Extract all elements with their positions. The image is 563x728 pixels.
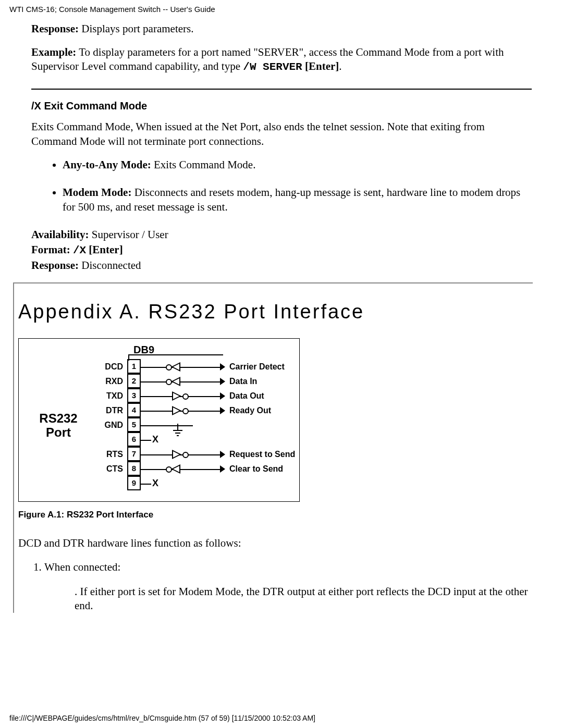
availability-text: Supervisor / User: [89, 228, 168, 241]
example-paragraph: Example: To display parameters for a por…: [31, 45, 532, 75]
pin-description: Data In: [224, 376, 257, 387]
pin-row-1: DCD1Carrier Detect: [97, 360, 295, 374]
pin-row-6: 6X: [97, 433, 295, 447]
pin-signal: RXD: [97, 376, 127, 387]
format-command: /X: [73, 244, 86, 256]
pin-wire: [141, 454, 224, 455]
page-footer: file:///C|/WEBPAGE/guides/cms/html/rev_b…: [9, 713, 315, 723]
numbered-item-1-text: When connected:: [44, 561, 120, 573]
bullet-modem-mode: Modem Mode: Disconnects and resets modem…: [63, 186, 532, 214]
rs232-label-line2: Port: [46, 425, 71, 439]
section-divider: [31, 89, 532, 90]
response-text-2: Disconnected: [79, 259, 141, 272]
pin-row-7: RTS7Request to Send: [97, 447, 295, 462]
pin-description: Ready Out: [224, 405, 271, 416]
pin-row-2: RXD2Data In: [97, 374, 295, 389]
bullet-label: Any-to-Any Mode:: [63, 158, 151, 171]
pin-signal: RTS: [97, 449, 127, 460]
pin-wire: [141, 381, 224, 382]
db9-bus-line: [128, 354, 223, 361]
ground-icon: [177, 424, 178, 430]
numbered-item-1-sublist: If either port is set for Modem Mode, th…: [44, 585, 533, 613]
example-label: Example:: [31, 46, 76, 58]
pin-wire: [141, 410, 224, 411]
db9-diagram: DB9 RS232 Port DCD1Carrier DetectRXD2Dat…: [18, 338, 300, 502]
bullet-text: Disconnects and resets modem, hang-up me…: [63, 186, 520, 213]
appendix-title: Appendix A. RS232 Port Interface: [18, 299, 533, 325]
bullet-text: Exits Command Mode.: [151, 158, 256, 171]
pin-stack: DCD1Carrier DetectRXD2Data InTXD3Data Ou…: [97, 360, 295, 491]
example-period: .: [339, 60, 341, 72]
example-enter: [Enter]: [302, 60, 339, 72]
arrow-right-icon: [220, 378, 225, 385]
pin-description: Carrier Detect: [224, 362, 285, 373]
pin-number-box: 9: [127, 476, 141, 490]
response-line-2: Response: Disconnected: [31, 258, 532, 273]
pin-number-box: 7: [127, 447, 141, 461]
section-x-meta: Availability: Supervisor / User Format: …: [31, 228, 532, 273]
no-connect-icon: X: [152, 434, 158, 446]
buffer-in-icon: [171, 362, 180, 372]
response-paragraph: Response: Displays port parameters.: [31, 22, 532, 36]
pin-wire: [141, 425, 224, 426]
numbered-item-1: When connected: If either port is set fo…: [44, 560, 533, 613]
pin-row-5: GND5: [97, 418, 295, 433]
response-label-2: Response:: [31, 259, 79, 272]
buffer-out-icon: [172, 391, 181, 401]
no-connect-icon: X: [152, 477, 158, 489]
pin-number-box: 3: [127, 388, 141, 403]
pin-row-8: CTS8Clear to Send: [97, 462, 295, 476]
pin-wire: [141, 468, 224, 470]
page-header: WTI CMS-16; Console Management Switch --…: [0, 0, 563, 15]
pin-number-box: 6: [127, 432, 141, 447]
arrow-right-icon: [220, 451, 225, 458]
pin-number-box: 8: [127, 461, 141, 476]
arrow-right-icon: [220, 407, 225, 414]
pin-wire: X: [141, 439, 224, 440]
pin-signal: CTS: [97, 464, 127, 475]
pin-row-9: 9X: [97, 476, 295, 491]
pin-description: Data Out: [224, 391, 264, 402]
inverter-bubble-icon: [182, 393, 189, 400]
appendix-numbered-list: When connected: If either port is set fo…: [14, 560, 533, 613]
format-enter: [Enter]: [86, 243, 123, 256]
pin-row-4: DTR4Ready Out: [97, 403, 295, 418]
pin-row-3: TXD3Data Out: [97, 389, 295, 403]
pin-signal: TXD: [97, 391, 127, 402]
arrow-right-icon: [220, 363, 225, 371]
rs232-label-line1: RS232: [39, 411, 77, 425]
format-line: Format: /X [Enter]: [31, 243, 532, 257]
inverter-bubble-icon: [182, 408, 189, 414]
bullet-any-to-any: Any-to-Any Mode: Exits Command Mode.: [63, 158, 532, 172]
pin-wire: [141, 366, 224, 367]
pin-wire: [141, 396, 224, 397]
section-x-bullet-list: Any-to-Any Mode: Exits Command Mode. Mod…: [31, 158, 532, 214]
pin-description: Clear to Send: [224, 464, 283, 475]
section-x-intro: Exits Command Mode, When issued at the N…: [31, 120, 532, 149]
pin-number-box: 5: [127, 417, 141, 432]
page-content: Response: Displays port parameters. Exam…: [0, 15, 563, 613]
appendix-frame: Appendix A. RS232 Port Interface DB9 RS2…: [13, 282, 533, 613]
pin-signal: DCD: [97, 362, 127, 373]
appendix-post-text: DCD and DTR hardware lines function as f…: [18, 536, 533, 550]
format-label: Format:: [31, 243, 73, 256]
sub-item-1: If either port is set for Modem Mode, th…: [75, 585, 533, 613]
buffer-in-icon: [171, 377, 180, 386]
arrow-right-icon: [220, 465, 225, 473]
buffer-out-icon: [172, 450, 181, 459]
pin-description: Request to Send: [224, 449, 295, 460]
pin-number-box: 4: [127, 403, 141, 417]
response-text: Displays port parameters.: [79, 22, 193, 35]
figure-caption: Figure A.1: RS232 Port Interface: [18, 509, 533, 521]
example-command: /W SERVER: [243, 61, 302, 73]
rs232-port-label: RS232 Port: [22, 411, 97, 440]
pin-signal: GND: [97, 420, 127, 431]
buffer-in-icon: [171, 464, 180, 474]
inverter-bubble-icon: [182, 452, 189, 458]
availability-label: Availability:: [31, 228, 89, 241]
section-x-heading: /X Exit Command Mode: [31, 99, 532, 113]
arrow-right-icon: [220, 392, 225, 400]
bullet-label: Modem Mode:: [63, 186, 131, 199]
pin-number-box: 1: [127, 359, 141, 374]
pin-wire: X: [141, 483, 224, 484]
